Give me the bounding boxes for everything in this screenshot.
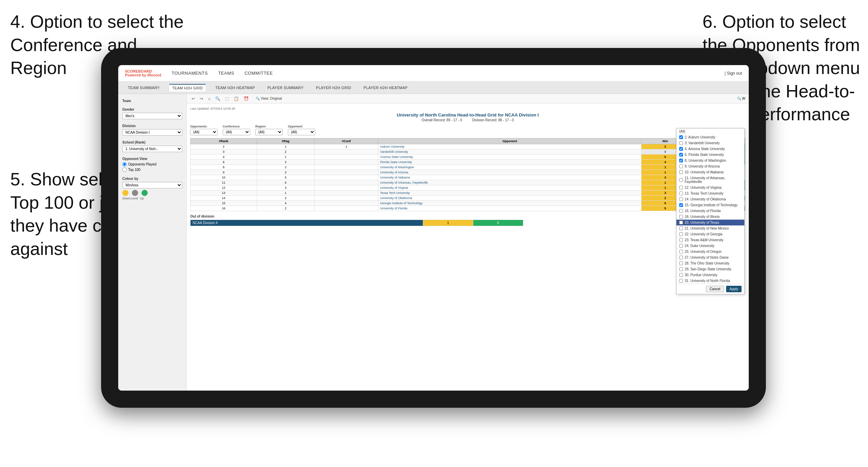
dropdown-checkbox[interactable] [679,203,683,207]
dropdown-checkbox[interactable] [679,147,683,151]
sidebar-division-select[interactable]: NCAA Division I [122,129,182,136]
dropdown-item[interactable]: 22. University of Georgia [676,231,744,237]
dropdown-checkbox[interactable] [679,221,683,224]
cancel-button[interactable]: Cancel [706,286,724,292]
dropdown-item[interactable]: 18. University of Illinois [676,214,744,220]
logo: 5COREBOARD Powered by iRecord [125,70,161,77]
dropdown-item[interactable]: 10. University of Alabama [676,169,744,175]
radio-top100[interactable]: Top 100 [122,168,182,172]
dropdown-checkbox[interactable] [679,250,683,254]
nav-tournaments[interactable]: TOURNAMENTS [172,71,208,76]
dropdown-item[interactable]: 23. Texas A&M University [676,237,744,243]
dropdown-item[interactable]: 27. University of Notre Dame [676,255,744,260]
nav-committee[interactable]: COMMITTEE [245,71,273,76]
dropdown-item[interactable]: 8. University of Washington [676,158,744,163]
dropdown-item[interactable]: 24. Duke University [676,243,744,249]
radio-top100-input[interactable] [122,168,127,172]
dropdown-checkbox[interactable] [679,192,683,195]
table-row: 6 2 Florida State University 4 2 [191,160,745,165]
dropdown-checkbox[interactable] [679,244,683,248]
subnav-player-h2h-grid[interactable]: PLAYER H2H GRID [313,84,354,91]
sidebar: Team Gender Men's Division NCAA Division… [118,94,187,391]
dropdown-checkbox[interactable] [679,197,683,201]
opponent-dropdown-panel[interactable]: (All)2. Auburn University3. Vanderbilt U… [676,128,745,294]
dropdown-item[interactable]: (All) [676,128,744,134]
dropdown-checkbox[interactable] [679,159,683,162]
dropdown-checkbox[interactable] [679,261,683,265]
dropdown-checkbox[interactable] [679,141,683,145]
dropdown-checkbox[interactable] [679,186,683,189]
dropdown-item[interactable]: 13. Texas Tech University [676,191,744,196]
subnav-team-summary[interactable]: TEAM SUMMARY [125,84,162,91]
radio-opponents-played[interactable]: Opponents Played [122,162,182,167]
dropdown-checkbox[interactable] [679,153,683,157]
copy-button[interactable]: ⬚ [224,96,230,102]
tablet-screen: 5COREBOARD Powered by iRecord TOURNAMENT… [118,65,749,391]
dropdown-item[interactable]: 29. San Diego State University [676,266,744,272]
paste-button[interactable]: 📋 [232,96,240,102]
zoom-button[interactable]: 🔍 [214,96,222,102]
dropdown-item[interactable]: 16. University of Florida [676,208,744,214]
dropdown-item[interactable]: 3. Vanderbilt University [676,140,744,146]
cell-opponent: Auburn University [378,144,641,149]
opponents-select[interactable]: (All) [190,129,218,135]
redo-button[interactable]: ↪ [198,96,205,102]
dropdown-checkbox[interactable] [679,178,683,182]
dropdown-item[interactable]: 25. University of Oregon [676,249,744,255]
dropdown-checkbox[interactable] [679,170,683,174]
main-content: Team Gender Men's Division NCAA Division… [118,94,749,391]
dropdown-checkbox[interactable] [679,238,683,242]
sidebar-colour-select[interactable]: Win/loss [122,182,182,188]
dropdown-item[interactable]: 21. University of New Mexico [676,225,744,231]
dropdown-item-label: 20. University of Texas [685,221,719,224]
dropdown-item[interactable]: 6. Florida State University [676,152,744,158]
dropdown-checkbox[interactable] [679,273,683,277]
subnav-team-h2h-heatmap[interactable]: TEAM H2H HEATMAP [212,84,258,91]
dropdown-item[interactable]: 4. Arizona State University [676,146,744,152]
cell-rank: 9 [191,170,257,175]
sidebar-school-select[interactable]: 1. University of Nort... [122,146,182,152]
conference-select[interactable]: (All) [223,129,250,135]
opponent-select[interactable]: (All) [288,129,315,135]
subnav-player-h2h-heatmap[interactable]: PLAYER H2H HEATMAP [361,84,410,91]
cell-conf [315,155,378,160]
dropdown-item[interactable]: 28. The Ohio State University [676,260,744,266]
dropdown-checkbox[interactable] [679,209,683,213]
sign-out[interactable]: | Sign out [725,71,742,76]
dropdown-item[interactable]: 15. Georgia Institute of Technology [676,202,744,208]
apply-button[interactable]: Apply [726,286,742,292]
dropdown-checkbox[interactable] [679,135,683,139]
radio-top100-label: Top 100 [128,168,140,172]
cell-conf [315,165,378,170]
dropdown-item[interactable]: 20. University of Texas [676,220,744,225]
dropdown-checkbox[interactable] [679,226,683,230]
dropdown-item[interactable]: 11. University of Arkansas, Fayetteville [676,175,744,185]
region-select[interactable]: (All) [255,129,283,135]
sidebar-gender-select[interactable]: Men's [122,113,182,119]
filter-row: Opponents: (All) Conference (All) [190,125,745,135]
dropdown-item[interactable]: 30. Purdue University [676,272,744,278]
dropdown-item[interactable]: 14. University of Oklahoma [676,196,744,202]
dropdown-item[interactable]: 12. University of Virginia [676,185,744,191]
dropdown-item[interactable]: 2. Auburn University [676,134,744,140]
dropdown-checkbox[interactable] [679,256,683,259]
radio-opponents-played-input[interactable] [122,162,127,167]
dropdown-checkbox[interactable] [679,279,683,283]
dropdown-checkbox[interactable] [679,215,683,219]
dropdown-item[interactable]: 9. University of Arizona [676,163,744,169]
clock-button[interactable]: ⏰ [242,96,250,102]
undo-button[interactable]: ↩ [190,96,196,102]
cell-opponent: Texas Tech University [378,191,641,196]
dropdown-checkbox[interactable] [679,267,683,271]
subnav-player-summary[interactable]: PLAYER SUMMARY [265,84,306,91]
dropdown-item[interactable]: 31. University of North Florida [676,278,744,284]
home-button[interactable]: ⌂ [207,96,212,102]
subnav-team-h2h-grid[interactable]: TEAM H2H GRID [169,84,206,91]
cell-rag: 3 [257,185,314,191]
dropdown-checkbox[interactable] [679,232,683,236]
cell-conf [315,201,378,206]
nav-teams[interactable]: TEAMS [218,71,234,76]
dropdown-checkbox[interactable] [679,164,683,168]
view-label: 🔍 View: Original [256,97,282,100]
cell-opponent: Arizona State University [378,155,641,160]
